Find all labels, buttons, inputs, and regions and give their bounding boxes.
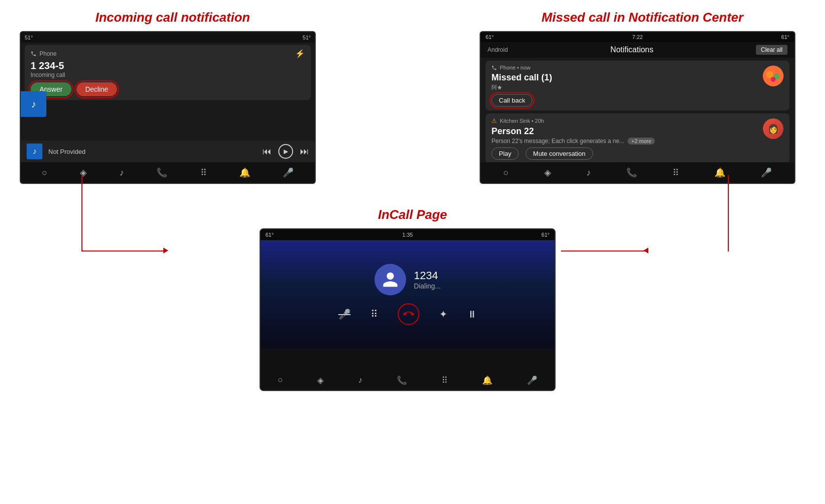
nc-nav-home[interactable]: ○	[503, 168, 509, 178]
decline-button[interactable]: Decline	[76, 82, 117, 96]
person-icon	[381, 271, 399, 288]
contact-details: 1234 Dialing...	[414, 269, 441, 290]
notification-center-screen: 61° 7:22 61° Android Notifications Clear…	[480, 31, 795, 184]
bottom-nav-incoming: ○ ◈ ♪ 📞 ⠿ 🔔 🎤	[21, 162, 315, 183]
left-vertical-line	[81, 175, 82, 252]
phone-icon	[31, 51, 37, 57]
inc-nav-music[interactable]: ♪	[358, 375, 363, 385]
nc-title: Notifications	[610, 45, 653, 54]
nc-nav-apps[interactable]: ⠿	[673, 167, 679, 178]
bluetooth-control[interactable]: ✦	[439, 308, 448, 320]
nc-nav-mic[interactable]: 🎤	[761, 167, 772, 178]
mute-button-nc[interactable]: Mute conversation	[525, 147, 593, 160]
missed-call-title-text: Missed call (1)	[491, 72, 784, 83]
svg-point-1	[766, 71, 773, 78]
incall-bottom-nav: ○ ◈ ♪ 📞 ⠿ 🔔 🎤	[261, 370, 555, 390]
contact-name: 1234	[414, 269, 441, 282]
caller-number: 1 234-5	[31, 60, 305, 72]
avatar-graphic	[763, 66, 784, 86]
pause-control[interactable]: ⏸	[467, 309, 477, 320]
nav-mic[interactable]: 🎤	[283, 167, 294, 178]
nc-status-right: 61°	[781, 34, 789, 40]
bluetooth-icon: ⚡	[295, 49, 305, 58]
incoming-call-title: Incoming call notification	[20, 10, 326, 25]
incall-section: InCall Page 61° 1:35 61° 1234 Dialing...	[260, 207, 565, 391]
inc-nav-notif[interactable]: 🔔	[482, 375, 492, 386]
nav-home[interactable]: ○	[42, 168, 47, 178]
play-button-nc[interactable]: Play	[491, 147, 519, 160]
svg-point-3	[771, 77, 776, 82]
right-vertical-line	[728, 175, 729, 252]
incoming-call-section: Incoming call notification 51° 51° Phone…	[20, 10, 326, 184]
play-button[interactable]: ▶	[278, 144, 293, 159]
inc-nav-phone[interactable]: 📞	[397, 375, 407, 386]
mute-control[interactable]: 🎤	[338, 308, 351, 320]
inc-nav-nav[interactable]: ◈	[317, 375, 324, 386]
left-arrow-tip	[163, 248, 168, 253]
phone-source-label: Phone • now	[500, 65, 530, 71]
incoming-call-screen: 51° 51° Phone ⚡ 1 234-5 Incoming call An…	[20, 31, 316, 184]
status-bar: 51° 51°	[21, 32, 315, 43]
incall-status-time: 1:35	[402, 232, 412, 238]
person22-actions: Play Mute conversation	[491, 147, 784, 160]
person22-card: ⚠ Kitchen Sink • 20h Person 22 Person 22…	[486, 113, 789, 164]
nc-nav-phone[interactable]: 📞	[626, 167, 637, 178]
incall-status-bar: 61° 1:35 61°	[261, 229, 555, 240]
food-avatar	[763, 66, 784, 86]
nav-notif[interactable]: 🔔	[239, 167, 250, 178]
nc-status-time: 7:22	[632, 34, 642, 40]
call-subtitle: Incoming call	[31, 72, 305, 78]
incall-title: InCall Page	[260, 207, 565, 222]
nav-music[interactable]: ♪	[119, 168, 124, 178]
nc-title-left: Android	[488, 46, 508, 53]
status-right: 51°	[302, 35, 311, 40]
incall-status-left: 61°	[265, 232, 274, 238]
prev-button[interactable]: ⏮	[262, 146, 271, 157]
right-horizontal-line	[561, 251, 645, 252]
person-avatar: 👩	[763, 118, 784, 139]
kitchen-source-label: Kitchen Sink • 20h	[500, 118, 544, 124]
missed-call-card: Phone • now Missed call (1) 阿★ Call back	[486, 61, 789, 110]
missed-call-avatar	[763, 66, 784, 86]
incall-body: 1234 Dialing... 🎤 ⠿ ✦ ⏸	[261, 240, 555, 349]
person22-title: Person 22	[491, 126, 784, 137]
app-icon-block: ♪	[21, 91, 46, 117]
call-actions: Answer Decline	[31, 82, 305, 96]
inc-nav-home[interactable]: ○	[278, 375, 283, 385]
app-name-label: Phone	[39, 50, 57, 57]
notifications-header: Android Notifications Clear all	[481, 42, 794, 58]
nc-nav-music[interactable]: ♪	[587, 168, 591, 178]
nc-nav-nav[interactable]: ◈	[544, 167, 551, 178]
nav-apps[interactable]: ⠿	[200, 167, 207, 178]
missed-call-subtitle: 阿★	[491, 84, 784, 91]
nc-status-left: 61°	[486, 34, 494, 40]
status-left: 51°	[25, 35, 33, 40]
phone-icon-nc	[491, 65, 497, 71]
bottom-nav-nc: ○ ◈ ♪ 📞 ⠿ 🔔 🎤	[481, 162, 794, 183]
incall-screen: 61° 1:35 61° 1234 Dialing... 🎤 ⠿	[260, 228, 556, 391]
media-controls: ⏮ ▶ ⏭	[262, 144, 309, 159]
right-arrow-tip	[643, 248, 648, 253]
nav-phone[interactable]: 📞	[156, 167, 167, 178]
nc-nav-notif[interactable]: 🔔	[714, 167, 725, 178]
inc-nav-apps[interactable]: ⠿	[442, 375, 448, 386]
svg-point-0	[763, 66, 784, 86]
media-title: Not Provided	[48, 148, 257, 155]
contact-info: 1234 Dialing...	[375, 264, 441, 295]
kitchen-header: ⚠ Kitchen Sink • 20h	[491, 117, 784, 124]
person22-subtitle: Person 22's message; Each click generate…	[491, 138, 784, 144]
missed-call-section: Missed call in Notification Center 61° 7…	[480, 10, 805, 184]
next-button[interactable]: ⏭	[300, 146, 309, 157]
person22-avatar: 👩	[763, 118, 784, 139]
inc-nav-mic[interactable]: 🎤	[527, 375, 537, 386]
end-call-button[interactable]	[398, 303, 419, 325]
more-badge: +2 more	[628, 138, 655, 144]
notif-header: Phone ⚡	[31, 49, 305, 58]
end-call-icon	[403, 309, 414, 320]
nc-phone-header: Phone • now	[491, 65, 784, 71]
keypad-control[interactable]: ⠿	[371, 308, 378, 320]
call-back-button[interactable]: Call back	[491, 94, 532, 107]
contact-avatar	[375, 264, 406, 295]
clear-all-button[interactable]: Clear all	[756, 45, 788, 55]
left-horizontal-line	[81, 251, 165, 252]
